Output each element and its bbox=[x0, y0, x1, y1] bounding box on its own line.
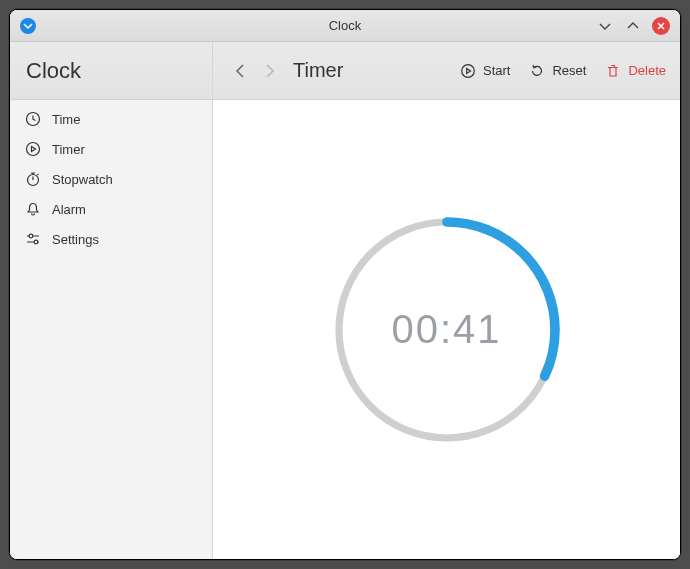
maximize-button[interactable] bbox=[624, 17, 642, 35]
sidebar-item-stopwatch[interactable]: Stopwatch bbox=[10, 164, 212, 194]
svg-point-5 bbox=[462, 64, 475, 77]
sidebar-item-label: Settings bbox=[52, 232, 99, 247]
svg-point-3 bbox=[29, 234, 33, 238]
window-title: Clock bbox=[10, 18, 680, 33]
app-window: Clock Clock Time bbox=[9, 9, 681, 560]
sidebar-item-label: Time bbox=[52, 112, 80, 127]
sidebar-item-label: Stopwatch bbox=[52, 172, 113, 187]
sidebar-item-label: Timer bbox=[52, 142, 85, 157]
titlebar: Clock bbox=[10, 10, 680, 42]
sidebar-header: Clock bbox=[10, 42, 212, 100]
minimize-button[interactable] bbox=[596, 17, 614, 35]
clock-icon bbox=[24, 110, 42, 128]
sidebar: Clock Time Timer bbox=[10, 42, 213, 559]
sidebar-title: Clock bbox=[26, 58, 81, 84]
timer-icon bbox=[24, 140, 42, 158]
sidebar-item-settings[interactable]: Settings bbox=[10, 224, 212, 254]
trash-icon bbox=[604, 62, 622, 80]
delete-button[interactable]: Delete bbox=[604, 62, 666, 80]
toolbar: Timer Start Reset bbox=[213, 42, 680, 100]
bell-icon bbox=[24, 200, 42, 218]
svg-point-4 bbox=[34, 240, 38, 244]
reset-button[interactable]: Reset bbox=[528, 62, 586, 80]
window-controls bbox=[596, 17, 680, 35]
page-title: Timer bbox=[293, 59, 343, 82]
sidebar-item-alarm[interactable]: Alarm bbox=[10, 194, 212, 224]
back-button[interactable] bbox=[227, 57, 255, 85]
sliders-icon bbox=[24, 230, 42, 248]
app-icon bbox=[20, 18, 36, 34]
content-area: 00:41 bbox=[213, 100, 680, 559]
sidebar-item-timer[interactable]: Timer bbox=[10, 134, 212, 164]
main-panel: Timer Start Reset bbox=[213, 42, 680, 559]
sidebar-list: Time Timer Stopwatch bbox=[10, 100, 212, 258]
play-circle-icon bbox=[459, 62, 477, 80]
reset-icon bbox=[528, 62, 546, 80]
toolbar-actions: Start Reset Delete bbox=[459, 62, 666, 80]
start-button[interactable]: Start bbox=[459, 62, 510, 80]
timer-display: 00:41 bbox=[327, 210, 567, 450]
sidebar-item-label: Alarm bbox=[52, 202, 86, 217]
timer-dial[interactable]: 00:41 bbox=[327, 210, 567, 450]
sidebar-item-time[interactable]: Time bbox=[10, 104, 212, 134]
close-button[interactable] bbox=[652, 17, 670, 35]
stopwatch-icon bbox=[24, 170, 42, 188]
reset-label: Reset bbox=[552, 63, 586, 78]
app-body: Clock Time Timer bbox=[10, 42, 680, 559]
delete-label: Delete bbox=[628, 63, 666, 78]
svg-point-1 bbox=[27, 143, 40, 156]
forward-button[interactable] bbox=[255, 57, 283, 85]
start-label: Start bbox=[483, 63, 510, 78]
